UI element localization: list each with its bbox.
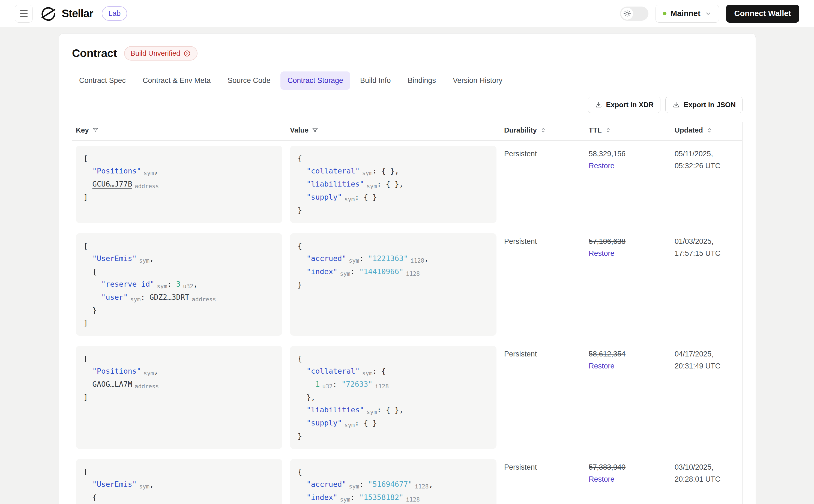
code-line: "collateral"sym: { [298,365,489,378]
export-button-label: Export in JSON [684,101,736,109]
code-key: "accrued" [307,480,346,488]
updated-cell: 05/11/2025,05:32:26 UTC [671,141,743,228]
code-punct [298,367,307,375]
ttl-cell: 58,329,156Restore [585,141,671,228]
sun-icon [623,10,631,18]
tab-build-info[interactable]: Build Info [353,71,398,90]
code-label: sym [143,370,154,377]
restore-link[interactable]: Restore [589,473,667,485]
code-key: "supply" [307,419,342,427]
code-line: "liabilities"sym: { }, [298,178,489,191]
code-key: "accrued" [307,254,346,263]
menu-icon [20,10,28,11]
code-line: "user"sym: GDZ2…3DRTaddress [83,291,275,304]
code-label: i128 [406,271,420,277]
export-in-json-button[interactable]: Export in JSON [665,97,743,113]
code-line: "Positions"sym, [83,165,275,178]
code-punct: ] [83,193,88,201]
filter-icon[interactable] [312,127,319,134]
tab-version-history[interactable]: Version History [446,71,510,90]
code-string: "14410966" [359,267,404,276]
code-punct: [ [83,467,88,476]
restore-link[interactable]: Restore [589,160,667,172]
sort-icon[interactable] [706,127,713,134]
code-punct: } [83,306,97,314]
code-punct [83,180,92,188]
code-number: 3 [176,280,181,288]
address-link[interactable]: GAOG…LA7M [92,380,132,388]
code-label: sym [143,170,154,176]
code-key: "index" [307,267,338,276]
code-line: "UserEmis"sym, [83,478,275,491]
menu-button[interactable] [15,5,33,23]
durability-cell: Persistent [500,341,585,454]
code-label: i128 [406,496,420,503]
tab-contract-spec[interactable]: Contract Spec [72,71,133,90]
address-link[interactable]: GDZ2…3DRT [149,293,189,301]
column-label: Key [76,126,89,134]
code-label: sym [349,257,359,264]
download-icon [595,101,603,109]
code-label: sym [157,283,167,290]
column-header-ttl[interactable]: TTL [585,122,671,140]
code-line: "accrued"sym: "1221363"i128, [298,252,489,265]
code-punct [298,267,307,276]
code-label: sym [362,170,373,176]
code-label: sym [345,196,355,203]
column-header-updated[interactable]: Updated [671,122,743,140]
network-select[interactable]: Mainnet [656,5,719,23]
restore-link[interactable]: Restore [589,360,667,372]
code-line: { [298,152,489,165]
code-punct: : { }, [373,167,399,175]
brand[interactable]: Stellar Lab [40,5,127,22]
sort-icon[interactable] [540,127,547,134]
sort-icon[interactable] [605,127,612,134]
code-punct: , [154,167,158,175]
value-cell: { "accrued"sym: "1221363"i128, "index"sy… [286,228,500,341]
updated-date: 05/11/2025, [675,148,739,160]
code-label: i128 [411,257,424,264]
tab-contract-storage[interactable]: Contract Storage [280,71,350,90]
code-line: 1u32: "72633"i128 [298,378,489,391]
code-punct [298,380,315,388]
code-label: sym [139,483,149,490]
brand-wordmark: Stellar [62,7,93,20]
code-punct: : [350,267,359,276]
tab-source-code[interactable]: Source Code [220,71,278,90]
code-key: "supply" [307,193,342,201]
code-punct [298,254,307,263]
connect-wallet-button[interactable]: Connect Wallet [726,5,799,23]
code-punct: { [298,242,302,250]
code-key: "index" [307,493,338,502]
filter-icon[interactable] [92,127,99,134]
export-in-xdr-button[interactable]: Export in XDR [588,97,661,113]
code-punct: , [149,254,154,263]
build-status-label: Build Unverified [131,49,180,58]
code-punct [83,167,92,175]
column-header-value[interactable]: Value [286,122,500,140]
code-line: } [298,278,489,291]
code-label: sym [349,483,359,490]
code-punct: } [298,280,302,289]
code-line: } [83,304,275,317]
code-punct: ] [83,319,88,327]
theme-toggle[interactable] [620,7,648,21]
topbar: Stellar Lab Mainnet Connect Wallet [0,0,814,27]
code-punct [83,293,101,301]
code-punct: : { [373,367,386,375]
tab-contract-env-meta[interactable]: Contract & Env Meta [136,71,218,90]
code-punct: , [429,480,433,488]
restore-link[interactable]: Restore [589,247,667,259]
code-line: } [298,204,489,217]
address-link[interactable]: GCU6…J77B [92,180,132,188]
column-label: Updated [675,126,703,134]
updated-date: 04/17/2025, [675,348,739,360]
code-punct: : { }, [377,180,404,188]
value-code-block: { "collateral"sym: { }, "liabilities"sym… [290,146,496,223]
code-label: address [192,296,216,303]
code-key: "collateral" [307,367,360,375]
column-header-durability[interactable]: Durability [500,122,585,140]
code-punct: { [298,354,302,363]
column-header-key[interactable]: Key [72,122,286,140]
tab-bindings[interactable]: Bindings [401,71,443,90]
